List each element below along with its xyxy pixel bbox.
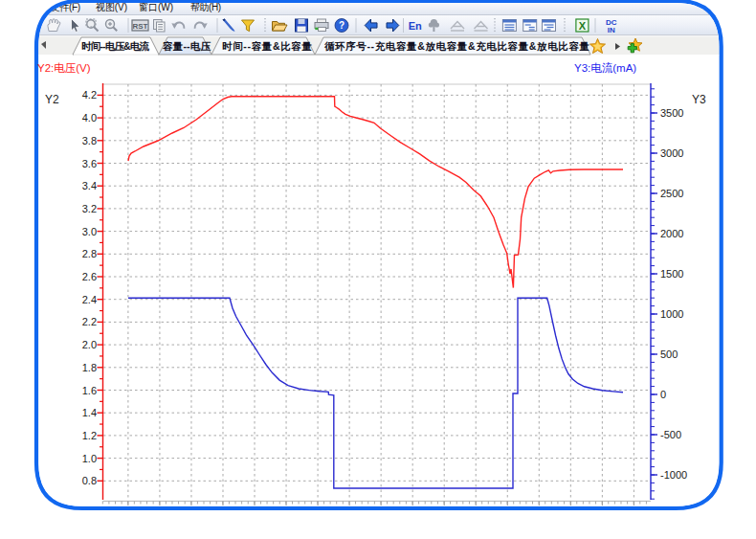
svg-text:1.0: 1.0 <box>82 453 97 464</box>
svg-text:Y3:电流(mA): Y3:电流(mA) <box>574 62 636 74</box>
svg-text:时间--电压&电流: 时间--电压&电流 <box>81 40 150 52</box>
svg-text:0: 0 <box>660 389 666 400</box>
svg-text:1.2: 1.2 <box>82 430 97 441</box>
svg-text:3500: 3500 <box>660 107 683 119</box>
svg-text:4.2: 4.2 <box>82 89 97 101</box>
svg-text:2.6: 2.6 <box>82 271 97 282</box>
svg-text:时间--容量&比容量: 时间--容量&比容量 <box>222 40 313 52</box>
svg-text:4.0: 4.0 <box>82 112 97 124</box>
svg-text:1.6: 1.6 <box>82 385 97 396</box>
svg-text:1.8: 1.8 <box>82 362 97 373</box>
svg-text:Y2:电压(V): Y2:电压(V) <box>37 62 91 74</box>
svg-text:-500: -500 <box>660 429 681 440</box>
svg-text:循环序号--充电容量&放电容量&充电比容量&放电比容量: 循环序号--充电容量&放电容量&充电比容量&放电比容量 <box>323 40 590 52</box>
svg-text:帮助(H): 帮助(H) <box>190 2 221 12</box>
svg-text:2500: 2500 <box>660 188 683 199</box>
svg-text:2.0: 2.0 <box>82 339 97 350</box>
svg-text:Y3: Y3 <box>692 93 706 106</box>
svg-text:Y2: Y2 <box>45 93 59 106</box>
svg-text:En: En <box>409 20 422 32</box>
svg-text:2.4: 2.4 <box>82 294 97 305</box>
svg-text:3.0: 3.0 <box>82 226 97 237</box>
svg-text:2.8: 2.8 <box>82 248 97 259</box>
svg-text:X: X <box>579 20 587 32</box>
svg-text:0.8: 0.8 <box>82 475 97 486</box>
svg-text:1.4: 1.4 <box>82 407 97 418</box>
svg-text:1000: 1000 <box>660 308 683 320</box>
svg-text:3000: 3000 <box>660 147 683 159</box>
svg-text:2.2: 2.2 <box>82 316 97 327</box>
svg-text:RST: RST <box>133 22 148 31</box>
svg-text:3.8: 3.8 <box>82 135 97 146</box>
svg-text:视图(V): 视图(V) <box>96 2 127 12</box>
svg-text:IN: IN <box>608 26 615 34</box>
svg-text:3.2: 3.2 <box>82 203 97 214</box>
svg-text:3.6: 3.6 <box>82 158 97 169</box>
svg-text:3.4: 3.4 <box>82 180 97 191</box>
svg-text:2000: 2000 <box>660 228 683 239</box>
svg-text:窗口(W): 窗口(W) <box>139 2 173 12</box>
svg-text:1500: 1500 <box>660 268 683 280</box>
svg-text:-1000: -1000 <box>660 469 687 481</box>
svg-text:?: ? <box>339 20 345 31</box>
svg-text:容量--电压: 容量--电压 <box>162 40 211 52</box>
svg-text:500: 500 <box>660 348 678 360</box>
